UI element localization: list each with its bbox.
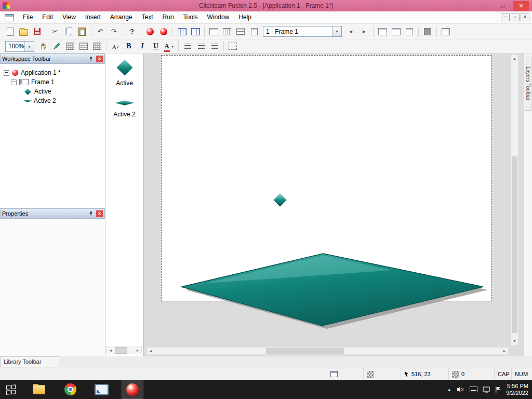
fusion-taskbar-button[interactable] [122,380,143,399]
tree-item-application[interactable]: Application 1 * [0,68,105,77]
event-list-editor-button[interactable] [234,25,247,38]
action-center-button[interactable] [495,387,501,393]
menu-text[interactable]: Text [137,11,158,23]
volume-muted-button[interactable] [457,386,464,393]
previous-frame-button[interactable]: ◄ [344,25,357,38]
menu-edit[interactable]: Edit [37,11,58,23]
chevron-down-icon[interactable]: ▼ [171,45,175,48]
hidden-icons-button[interactable]: ▲ [447,387,451,392]
menu-arrange[interactable]: Arrange [105,11,137,23]
library-toolbar-tab[interactable]: Library Toolbar [0,356,59,367]
zoom-select[interactable]: 100% ▼ [5,41,34,52]
app-monitor-button[interactable] [90,380,112,399]
frame-editor[interactable]: ▲ ▼ ◄ ► [144,54,524,356]
cut-button[interactable]: ✂ [49,25,61,38]
align-right-button[interactable] [208,40,221,52]
close-button[interactable]: ✕ [513,1,529,11]
menu-run[interactable]: Run [158,11,179,23]
show-grid-button[interactable] [64,40,76,52]
redo-button[interactable]: ↷ [108,25,120,38]
align-center-button[interactable] [195,40,207,52]
object-item-active2[interactable]: Active 2 [105,87,143,118]
run-application-button[interactable] [144,25,156,38]
mdi-minimize-button[interactable]: ─ [501,14,510,21]
tree-item-frame[interactable]: Frame 1 [0,77,105,87]
run-application-window-button[interactable] [376,25,389,38]
minimize-button[interactable]: ─ [480,1,493,10]
scroll-right-icon[interactable]: ► [134,349,141,352]
object-item-active[interactable]: Active [105,54,143,87]
event-grid-button[interactable] [221,25,233,38]
next-frame-button[interactable]: ► [358,25,370,38]
editor-vertical-scrollbar[interactable]: ▲ ▼ [511,55,518,345]
chevron-down-icon[interactable]: ▼ [332,26,341,36]
storyboard-editor-button[interactable] [176,25,188,38]
chrome-button[interactable] [59,380,81,399]
font-button[interactable]: A [109,40,122,52]
pin-button[interactable] [87,210,95,217]
scrollbar-thumb[interactable] [115,347,127,354]
fit-window-button[interactable] [227,40,239,52]
editor-horizontal-scrollbar[interactable]: ◄ ► [147,347,509,355]
active2-object[interactable] [174,247,492,331]
workspace-close-button[interactable]: ✕ [96,56,103,62]
menu-tools[interactable]: Tools [179,11,203,23]
scroll-right-icon[interactable]: ► [501,349,508,353]
scroll-left-icon[interactable]: ◄ [107,349,114,352]
scrollbar-track[interactable] [154,348,501,354]
run-frame-button[interactable] [157,25,170,38]
menu-file[interactable]: File [18,11,37,23]
network-tray-button[interactable] [483,387,490,393]
italic-button[interactable]: I [136,40,149,52]
mdi-system-icon[interactable] [5,14,14,21]
paste-button[interactable] [76,25,88,38]
grid-settings-button[interactable] [91,40,103,52]
mdi-restore-button[interactable]: ▫ [511,14,520,21]
align-left-button[interactable] [181,40,194,52]
properties-close-button[interactable]: ✕ [96,210,103,217]
objects-horizontal-scrollbar[interactable]: ◄ ► [107,347,142,354]
layers-toolbar-tab[interactable]: Layers Toolbar [525,57,531,111]
bold-button[interactable]: B [123,40,135,52]
step-through-button[interactable] [440,25,452,38]
frame-editor-button[interactable] [207,25,220,38]
new-button[interactable] [4,25,16,38]
zoom-tool-button[interactable] [50,40,63,52]
tree-item-active2[interactable]: Active 2 [0,96,105,105]
open-button[interactable] [17,25,30,38]
save-button[interactable] [31,25,43,38]
start-button[interactable] [0,380,22,399]
collapse-icon[interactable] [11,79,17,85]
mdi-close-button[interactable]: ✕ [521,14,529,21]
undo-button[interactable]: ↶ [94,25,107,38]
help-button[interactable]: ? [126,25,138,38]
snap-to-grid-button[interactable] [77,40,90,52]
stop-button[interactable] [421,25,434,38]
scroll-up-icon[interactable]: ▲ [511,55,518,62]
menu-window[interactable]: Window [203,11,234,23]
copy-button[interactable] [62,25,75,38]
file-explorer-button[interactable] [28,380,50,399]
maximize-button[interactable]: □ [497,1,509,10]
menu-help[interactable]: Help [234,11,256,23]
scroll-left-icon[interactable]: ◄ [147,349,154,353]
frame-selector[interactable]: 1 - Frame 1 ▼ [263,26,342,37]
scroll-down-icon[interactable]: ▼ [511,338,518,345]
picture-editor-button[interactable] [248,25,260,38]
tree-item-active[interactable]: Active [0,87,105,96]
scrollbar-thumb[interactable] [512,156,517,333]
run-frame-window-button[interactable] [390,25,402,38]
taskbar-clock[interactable]: 5:56 PM 9/2/2022 [506,383,528,396]
pin-button[interactable] [87,56,95,62]
menu-view[interactable]: View [58,11,81,23]
scrollbar-thumb[interactable] [266,348,344,354]
underline-button[interactable]: U [150,40,162,52]
pause-button[interactable] [403,25,416,38]
keyboard-tray-button[interactable] [470,387,477,392]
text-color-button[interactable]: A▼ [163,40,176,52]
menu-insert[interactable]: Insert [81,11,105,23]
chevron-down-icon[interactable]: ▼ [24,42,34,51]
hand-tool-button[interactable] [37,40,49,52]
collapse-icon[interactable] [4,70,9,76]
event-editor-button[interactable] [189,25,202,38]
